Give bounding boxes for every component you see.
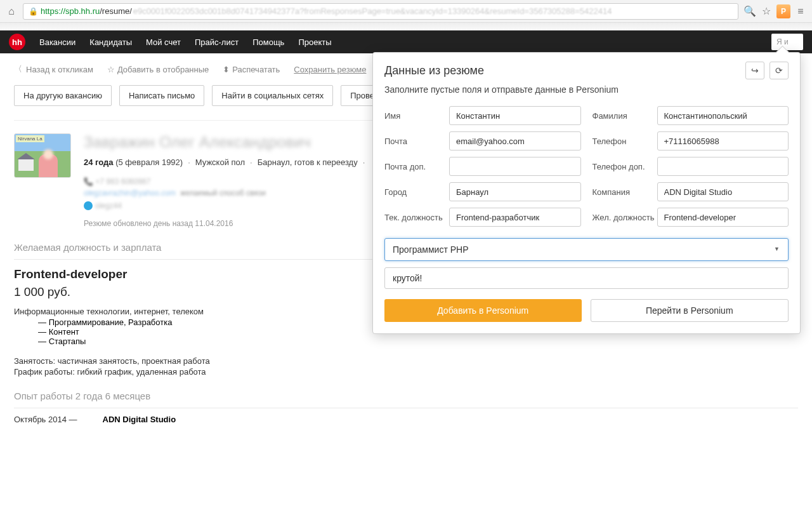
- search-input[interactable]: Я и: [771, 34, 803, 50]
- category-item: Стартапы: [38, 337, 798, 346]
- experience-row: Октябрь 2014 — ADN Digital Studio: [14, 415, 798, 424]
- print-label: Распечатать: [232, 65, 280, 74]
- url-path: /resume/: [100, 6, 132, 16]
- city-label: Город: [384, 187, 449, 197]
- city-input[interactable]: [449, 182, 581, 201]
- lock-icon: 🔒: [29, 7, 38, 16]
- email-input[interactable]: [449, 131, 581, 150]
- cur-pos-input[interactable]: [449, 208, 581, 227]
- des-pos-input[interactable]: [657, 208, 789, 227]
- email2-input[interactable]: [449, 157, 581, 176]
- hh-nav-bar: hh Вакансии Кандидаты Мой счет Прайс-лис…: [0, 30, 812, 53]
- phone2-label: Телефон доп.: [593, 162, 657, 171]
- zoom-icon[interactable]: 🔍: [743, 5, 756, 18]
- employment-line: Занятость: частичная занятость, проектна…: [14, 356, 798, 366]
- phone-input[interactable]: [657, 131, 789, 150]
- company-input[interactable]: [657, 182, 789, 201]
- vacancy-select[interactable]: Программист PHP: [384, 238, 789, 261]
- first-name-label: Имя: [384, 111, 449, 121]
- back-link[interactable]: 〈 Назад к откликам: [14, 64, 93, 75]
- other-vacancy-button[interactable]: На другую вакансию: [14, 85, 112, 106]
- des-pos-label: Жел. должность: [593, 213, 657, 222]
- back-label: Назад к откликам: [26, 65, 93, 74]
- email-label: Почта: [384, 137, 449, 146]
- phone-label: Телефон: [593, 137, 657, 146]
- browser-chrome: ⌂ 🔒 https://spb.hh.ru/resume/e9c0001f002…: [0, 0, 812, 23]
- experience-company: ADN Digital Studio: [103, 415, 176, 424]
- nav-help[interactable]: Помощь: [252, 37, 284, 47]
- home-icon[interactable]: ⌂: [5, 5, 18, 18]
- avatar-tag: Nirvana La: [16, 135, 44, 142]
- nav-projects[interactable]: Проекты: [298, 37, 331, 47]
- last-name-input[interactable]: [657, 106, 789, 125]
- url-query-blur: e9c0001f0022053dc001b8d0741734942377a?fr…: [133, 6, 612, 16]
- phone2-input[interactable]: [657, 157, 789, 176]
- add-button[interactable]: Добавить в Personium: [384, 299, 582, 322]
- avatar: Nirvana La: [14, 133, 71, 178]
- last-name-label: Фамилия: [593, 111, 657, 121]
- nav-pricing[interactable]: Прайс-лист: [195, 37, 239, 47]
- nav-candidates[interactable]: Кандидаты: [89, 37, 132, 47]
- cur-pos-label: Тек. должность: [384, 213, 449, 222]
- company-label: Компания: [593, 187, 657, 197]
- menu-icon[interactable]: ≡: [794, 5, 807, 18]
- write-letter-button[interactable]: Написать письмо: [119, 85, 204, 106]
- url-host: https://spb.hh.ru: [41, 6, 100, 16]
- note-input[interactable]: [384, 267, 789, 289]
- nav-vacancies[interactable]: Вакансии: [39, 37, 75, 47]
- shadow-strip: [0, 23, 812, 30]
- favorite-label: Добавить в отобранные: [117, 65, 209, 74]
- first-name-input[interactable]: [449, 106, 581, 125]
- print-link[interactable]: ⬍ Распечатать: [223, 65, 280, 74]
- email2-label: Почта доп.: [384, 162, 449, 171]
- experience-heading: Опыт работы 2 года 6 месяцев: [14, 378, 798, 408]
- hh-logo[interactable]: hh: [9, 34, 25, 50]
- nav-account[interactable]: Мой счет: [146, 37, 181, 47]
- popup-subtitle: Заполните пустые поля и отправьте данные…: [373, 83, 800, 104]
- goto-button[interactable]: Перейти в Personium: [591, 299, 789, 322]
- schedule-line: График работы: гибкий график, удаленная …: [14, 367, 798, 377]
- address-bar[interactable]: 🔒 https://spb.hh.ru/resume/e9c0001f00220…: [23, 3, 738, 20]
- personium-popup: Данные из резюме ↪ ⟳ Заполните пустые по…: [372, 52, 801, 334]
- find-social-button[interactable]: Найти в социальных сетях: [212, 85, 333, 106]
- experience-date: Октябрь 2014 —: [14, 415, 77, 424]
- favorite-link[interactable]: ☆ Добавить в отобранные: [107, 65, 209, 74]
- star-icon[interactable]: ☆: [760, 5, 773, 18]
- refresh-icon[interactable]: ⟳: [769, 62, 789, 79]
- skype-icon: [84, 201, 93, 210]
- popup-title: Данные из резюме: [384, 64, 740, 77]
- save-resume-link[interactable]: Сохранить резюме: [294, 65, 366, 74]
- extension-icon[interactable]: P: [776, 4, 790, 18]
- export-icon[interactable]: ↪: [745, 62, 764, 79]
